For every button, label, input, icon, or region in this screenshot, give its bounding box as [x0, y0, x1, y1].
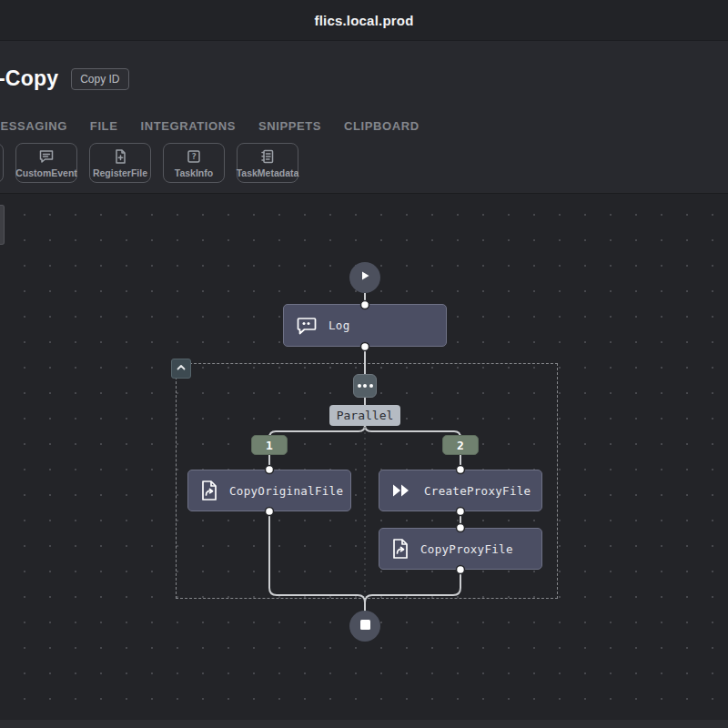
- horizontal-scrollbar[interactable]: [0, 720, 728, 728]
- node-label: CopyOriginalFile: [229, 484, 343, 498]
- toolbar-item-taskinfo[interactable]: ? TaskInfo: [163, 143, 225, 183]
- node-copyoriginalfile[interactable]: CopyOriginalFile: [187, 470, 351, 511]
- page-header: -Copy Copy ID MESSAGING FILE INTEGRATION…: [0, 41, 728, 193]
- copy-id-button[interactable]: Copy ID: [71, 68, 128, 90]
- toolbar-item-label: RegisterFile: [93, 167, 147, 178]
- file-export-icon: [391, 538, 410, 560]
- tab-snippets[interactable]: SNIPPETS: [258, 119, 321, 133]
- node-copyproxyfile[interactable]: CopyProxyFile: [379, 528, 542, 570]
- branch-badge-2[interactable]: 2: [442, 435, 479, 455]
- page-title: -Copy: [0, 66, 58, 91]
- parallel-node[interactable]: [353, 374, 377, 398]
- node-createproxyfile[interactable]: CreateProxyFile: [379, 470, 542, 511]
- node-log[interactable]: Log: [283, 304, 447, 347]
- play-icon: [359, 269, 371, 286]
- chevron-up-icon: [176, 362, 187, 376]
- help-square-icon: ?: [186, 148, 202, 165]
- toolbar-item-label: TaskMetadata: [237, 167, 299, 178]
- tab-integrations[interactable]: INTEGRATIONS: [140, 119, 235, 133]
- title-row: -Copy Copy ID: [0, 66, 129, 91]
- comment-quote-icon: [296, 316, 318, 336]
- end-node[interactable]: [349, 611, 380, 642]
- toolbar-item-label: TaskInfo: [175, 167, 213, 178]
- tab-file[interactable]: FILE: [90, 119, 118, 133]
- toolbar-item-taskmetadata[interactable]: TaskMetadata: [237, 143, 298, 183]
- ellipsis-icon: [358, 384, 373, 388]
- node-label: CreateProxyFile: [424, 484, 531, 498]
- start-node[interactable]: [349, 262, 380, 293]
- node-label: Log: [329, 318, 349, 332]
- flow-canvas[interactable]: Log Parallel 1 2 CopyOriginalFile: [0, 193, 728, 728]
- file-list-icon: [259, 148, 276, 165]
- stop-icon: [359, 618, 371, 634]
- toolbar-item-label: CustomEvent: [15, 167, 77, 178]
- svg-text:?: ?: [191, 151, 197, 161]
- tab-bar: MESSAGING FILE INTEGRATIONS SNIPPETS CLI…: [0, 119, 420, 133]
- snippet-toolbar: CustomEvent RegisterFile ? TaskInfo: [0, 143, 298, 185]
- file-plus-icon: [112, 148, 128, 165]
- toolbar-item-customevent[interactable]: CustomEvent: [15, 143, 77, 183]
- tab-clipboard[interactable]: CLIPBOARD: [344, 119, 420, 133]
- message-square-icon: [38, 148, 55, 165]
- toolbar-item-partial[interactable]: [0, 143, 4, 183]
- branch-badge-1[interactable]: 1: [251, 435, 288, 455]
- toolbar-item-registerfile[interactable]: RegisterFile: [89, 143, 151, 183]
- node-label: CopyProxyFile: [420, 542, 513, 556]
- tab-messaging[interactable]: MESSAGING: [0, 119, 67, 133]
- fast-forward-icon: [391, 481, 413, 500]
- parallel-label[interactable]: Parallel: [329, 405, 400, 426]
- topbar: flics.local.prod: [0, 0, 728, 41]
- file-export-icon: [200, 480, 218, 501]
- collapse-group-button[interactable]: [171, 359, 191, 379]
- window-title: flics.local.prod: [314, 13, 413, 28]
